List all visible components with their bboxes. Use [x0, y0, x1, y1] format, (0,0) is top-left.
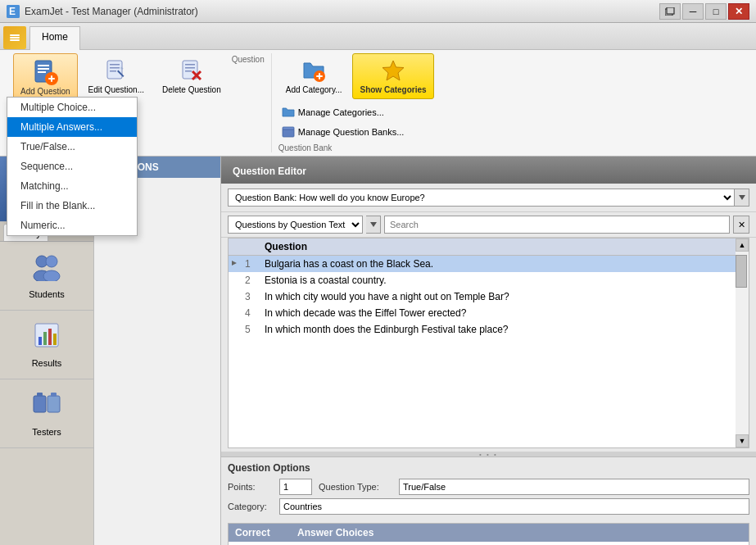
add-question-btn[interactable]: Add Question — [13, 53, 78, 100]
category-input[interactable] — [279, 498, 749, 515]
bank-dropdown-btn[interactable] — [735, 188, 749, 207]
svg-marker-30 — [383, 61, 404, 80]
svg-text:E: E — [9, 6, 16, 17]
tab-home[interactable]: Home — [29, 26, 80, 50]
svg-rect-23 — [185, 67, 195, 69]
sidebar-testers-label: Testers — [32, 427, 61, 437]
filter-dropdown-btn[interactable] — [366, 216, 381, 234]
sidebar-results-label: Results — [32, 358, 62, 368]
questions-table: Question 1 Bu — [229, 238, 736, 338]
scrollbar-up-btn[interactable]: ▲ — [736, 238, 749, 252]
num-col-2: 2 — [242, 272, 261, 288]
search-input[interactable] — [384, 216, 730, 234]
dropdown-item-numeric[interactable]: Numeric... — [7, 216, 137, 235]
dropdown-item-fill-blank[interactable]: Fill in the Blank... — [7, 196, 137, 216]
svg-rect-31 — [283, 129, 294, 137]
svg-rect-45 — [53, 334, 57, 345]
answer-choices-header: Correct Answer Choices — [229, 524, 749, 542]
show-categories-btn[interactable]: Show Categories — [352, 53, 433, 99]
edit-question-icon — [103, 57, 129, 84]
table-scrollbar[interactable]: ▲ ▼ — [736, 238, 749, 447]
title-bar: E ExamJet - Test Manager (Administrator)… — [0, 0, 756, 23]
max-btn[interactable]: □ — [705, 3, 727, 20]
show-categories-label: Show Categories — [360, 85, 426, 95]
sidebar-testers[interactable]: Testers — [0, 379, 93, 448]
filter-select[interactable]: Questions by Question Text — [228, 216, 363, 234]
title-bar-left: E ExamJet - Test Manager (Administrator) — [7, 5, 198, 18]
svg-rect-3 — [667, 7, 674, 14]
svg-rect-16 — [110, 64, 120, 66]
add-category-btn[interactable]: Add Category... — [278, 53, 350, 99]
delete-question-icon — [179, 57, 205, 84]
ribbon-tabs: Home — [0, 23, 756, 50]
close-btn[interactable]: ✕ — [728, 3, 749, 20]
table-row[interactable]: 5 In which month does the Edinburgh Fest… — [229, 321, 736, 338]
delete-question-label: Delete Question — [162, 85, 221, 95]
svg-marker-50 — [739, 195, 745, 200]
app-menu-btn[interactable] — [3, 26, 26, 49]
manage-banks-btn[interactable]: Manage Question Banks... — [278, 124, 408, 140]
dropdown-item-multiple-answers[interactable]: Multiple Answers... — [7, 117, 137, 137]
search-clear-btn[interactable]: ✕ — [733, 216, 749, 234]
svg-rect-17 — [110, 67, 120, 69]
table-row[interactable]: 2 Estonia is a coastal country. — [229, 272, 736, 288]
table-row[interactable]: 1 Bulgaria has a coast on the Black Sea. — [229, 256, 736, 273]
num-col-1: 1 — [242, 256, 261, 273]
dropdown-item-multiple-choice[interactable]: Multiple Choice... — [7, 98, 137, 117]
svg-rect-13 — [51, 75, 52, 82]
dropdown-item-true-false[interactable]: True/False... — [7, 137, 137, 157]
title-text: ExamJet - Test Manager (Administrator) — [25, 6, 198, 17]
add-category-label: Add Category... — [286, 85, 342, 95]
sidebar-results[interactable]: Results — [0, 311, 93, 379]
th-num — [242, 238, 261, 256]
num-col-4: 4 — [242, 305, 261, 321]
question-col-4: In which decade was the Eiffel Tower ere… — [261, 305, 736, 321]
app-icon: E — [7, 5, 20, 18]
add-category-icon — [301, 57, 327, 84]
answer-choices: Correct Answer Choices True False — [228, 523, 749, 545]
svg-marker-52 — [232, 261, 237, 266]
points-label: Points: — [228, 482, 273, 492]
category-label: Category: — [228, 502, 273, 511]
add-question-dropdown-menu: Multiple Choice... Multiple Answers... T… — [7, 97, 138, 236]
svg-rect-49 — [51, 393, 57, 397]
bank-selector-row: Question Bank: How well do you know Euro… — [221, 184, 756, 212]
question-type-input[interactable] — [399, 479, 749, 495]
restore-btn[interactable] — [659, 3, 681, 20]
svg-rect-6 — [10, 39, 20, 41]
table-row[interactable]: 4 In which decade was the Eiffel Tower e… — [229, 305, 736, 321]
question-col-1: Bulgaria has a coast on the Black Sea. — [261, 256, 736, 273]
table-row[interactable]: 3 In which city would you have a night o… — [229, 288, 736, 305]
dropdown-item-sequence[interactable]: Sequence... — [7, 157, 137, 176]
testers-icon — [5, 389, 88, 425]
expand-col-4 — [229, 305, 242, 321]
points-input[interactable] — [279, 479, 312, 495]
svg-rect-32 — [283, 127, 294, 129]
scrollbar-thumb[interactable] — [736, 255, 747, 288]
bank-selector[interactable]: Question Bank: How well do you know Euro… — [228, 188, 735, 207]
dropdown-item-matching[interactable]: Matching... — [7, 176, 137, 196]
scrollbar-down-btn[interactable]: ▼ — [736, 434, 749, 447]
expand-col-5 — [229, 321, 242, 338]
manage-categories-btn[interactable]: Manage Categories... — [278, 104, 387, 120]
question-options-panel: Question Options Points: Question Type: … — [221, 456, 756, 523]
add-question-icon — [30, 57, 60, 87]
delete-question-btn[interactable]: Delete Question — [155, 53, 229, 99]
manage-categories-label: Manage Categories... — [298, 107, 384, 117]
svg-rect-46 — [34, 396, 46, 412]
editor-title: Question Editor — [233, 166, 306, 177]
editor-header: Question Editor — [221, 157, 756, 184]
questionbank-group-label: Question Bank — [278, 143, 333, 152]
svg-rect-10 — [38, 71, 46, 73]
min-btn[interactable]: ─ — [682, 3, 704, 20]
expand-col-3 — [229, 288, 242, 305]
edit-question-btn[interactable]: Edit Question... — [81, 53, 152, 99]
question-type-label: Question Type: — [319, 482, 392, 492]
question-group-label-wrap: Question — [232, 53, 265, 64]
svg-point-38 — [46, 256, 57, 267]
svg-rect-15 — [107, 61, 122, 79]
sidebar-students[interactable]: Students — [0, 242, 93, 311]
question-col-3: In which city would you have a night out… — [261, 288, 736, 305]
sidebar-students-label: Students — [29, 289, 64, 299]
options-panel-header: Question Options — [228, 462, 749, 474]
